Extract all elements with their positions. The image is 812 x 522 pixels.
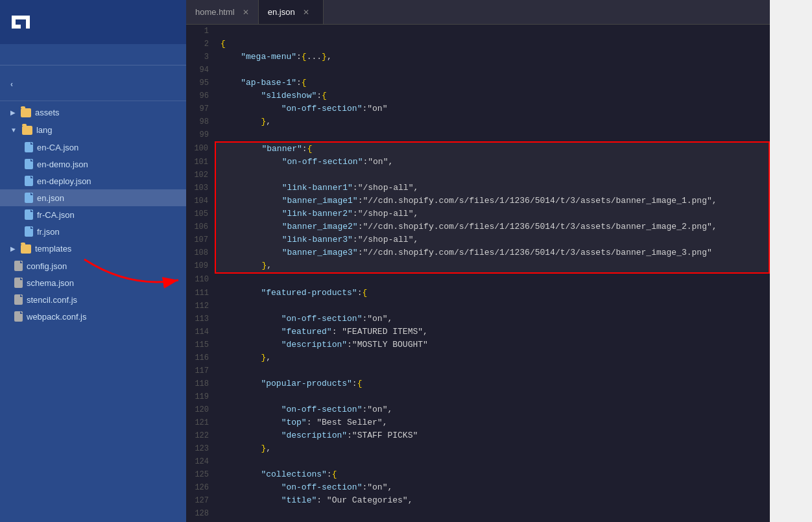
file-icon (14, 278, 23, 288)
file-en-ca-json-label: en-CA.json (37, 143, 78, 152)
folder-lang[interactable]: ▼ lang (0, 121, 186, 139)
chevron-right-icon: ▶ (10, 245, 16, 252)
tab-close-icon[interactable]: ✕ (243, 8, 249, 17)
line-number: 126 (186, 481, 215, 494)
file-icon (14, 261, 23, 271)
line-number: 107 (186, 233, 215, 246)
line-number: 103 (186, 182, 215, 195)
line-code (215, 169, 769, 182)
tab-home-html-label: home.html (195, 7, 235, 17)
line-number: 121 (186, 416, 215, 429)
collapse-button[interactable] (171, 53, 176, 58)
file-icon (25, 209, 33, 220)
line-number: 114 (186, 326, 215, 338)
chevron-down-icon: ▼ (10, 126, 17, 134)
theme-info (0, 44, 186, 65)
line-code (215, 300, 769, 313)
line-number: 96 (186, 89, 215, 102)
file-webpack-conf[interactable]: webpack.conf.js (0, 308, 186, 325)
line-code: "on-off-section":"on", (215, 403, 769, 416)
file-icon (14, 311, 23, 322)
line-number: 124 (186, 455, 215, 468)
chevron-right-icon: ▶ (10, 109, 16, 116)
file-stencil-conf-label: stencil.conf.js (27, 295, 77, 305)
line-number: 108 (186, 246, 215, 259)
file-fr-json[interactable]: fr.json (0, 223, 186, 240)
bigcommerce-logo-icon (9, 10, 32, 34)
tab-en-json[interactable]: en.json ✕ (259, 0, 324, 24)
line-number: 118 (186, 377, 215, 390)
line-number: 99 (186, 128, 215, 142)
line-code: "featured": "FEATURED ITEMS", (215, 326, 769, 338)
edit-theme-button[interactable]: ‹ (0, 73, 186, 95)
file-fr-ca-json[interactable]: fr-CA.json (0, 206, 186, 223)
line-code: "link-banner2":"/shop-all", (215, 208, 769, 220)
folder-templates[interactable]: ▶ templates (0, 240, 186, 257)
line-code: "popular-products":{ (215, 377, 769, 390)
line-code: }, (215, 442, 769, 455)
file-fr-ca-json-label: fr-CA.json (37, 210, 75, 220)
line-number: 106 (186, 220, 215, 233)
file-en-ca-json[interactable]: en-CA.json (0, 139, 186, 156)
line-number: 113 (186, 313, 215, 326)
file-en-json[interactable]: en.json (0, 189, 186, 206)
line-code: }, (215, 115, 769, 128)
line-number: 102 (186, 169, 215, 182)
line-number: 120 (186, 403, 215, 416)
line-code: { (215, 38, 769, 51)
line-code (215, 25, 769, 38)
line-code (215, 273, 769, 287)
folder-assets[interactable]: ▶ assets (0, 104, 186, 121)
file-en-json-label: en.json (37, 193, 64, 203)
folder-icon (21, 108, 31, 117)
file-icon (25, 142, 33, 152)
file-icon (25, 159, 33, 169)
folder-icon (22, 126, 32, 135)
file-en-deploy-json-label: en-deploy.json (37, 176, 91, 186)
line-number: 123 (186, 442, 215, 455)
line-number: 128 (186, 507, 215, 520)
file-stencil-conf[interactable]: stencil.conf.js (0, 291, 186, 308)
edit-theme-section: ‹ (0, 65, 186, 101)
line-code: "banner":{ (215, 142, 769, 156)
line-code: "link-banner1":"/shop-all", (215, 182, 769, 195)
sidebar: ‹ ▶ assets ▼ lang en-CA.json (0, 0, 186, 522)
line-code (215, 64, 769, 77)
line-code (215, 390, 769, 403)
tab-home-html[interactable]: home.html ✕ (186, 0, 259, 24)
line-code: "description":"MOSTLY BOUGHT" (215, 338, 769, 351)
line-code (215, 364, 769, 377)
line-code: "ap-base-1":{ (215, 77, 769, 89)
file-en-demo-json-label: en-demo.json (37, 160, 88, 169)
file-en-deploy-json[interactable]: en-deploy.json (0, 172, 186, 189)
folder-templates-label: templates (35, 244, 71, 254)
file-config-json-label: config.json (27, 261, 67, 271)
file-icon (25, 176, 33, 186)
file-config-json[interactable]: config.json (0, 257, 186, 274)
line-code (215, 455, 769, 468)
folder-lang-label: lang (36, 125, 53, 135)
line-code: "banner_image1":"//cdn.shopify.com/s/fil… (215, 195, 769, 208)
code-editor[interactable]: 1 2{3 "mega-menu":{...},94 95 "ap-base-1… (186, 25, 770, 522)
line-code: "top": "Best Seller", (215, 416, 769, 429)
line-number: 117 (186, 364, 215, 377)
line-code: }, (215, 351, 769, 364)
line-number: 112 (186, 300, 215, 313)
line-code: "on-off-section":"on", (215, 313, 769, 326)
line-code: "banner_image3":"//cdn.shopify.com/s/fil… (215, 246, 769, 259)
file-icon (25, 226, 33, 237)
line-number: 104 (186, 195, 215, 208)
file-en-demo-json[interactable]: en-demo.json (0, 156, 186, 172)
folder-icon (21, 244, 31, 254)
tab-bar: home.html ✕ en.json ✕ (186, 0, 770, 25)
file-schema-json[interactable]: schema.json (0, 274, 186, 291)
tab-close-icon[interactable]: ✕ (303, 8, 309, 17)
line-code: "mega-menu":{...}, (215, 51, 769, 64)
line-number: 122 (186, 429, 215, 442)
line-number: 95 (186, 77, 215, 89)
line-code: "featured-products":{ (215, 287, 769, 300)
line-code: "banner_image2":"//cdn.shopify.com/s/fil… (215, 220, 769, 233)
file-icon (25, 193, 33, 203)
line-number: 101 (186, 156, 215, 169)
line-number: 100 (186, 142, 215, 156)
